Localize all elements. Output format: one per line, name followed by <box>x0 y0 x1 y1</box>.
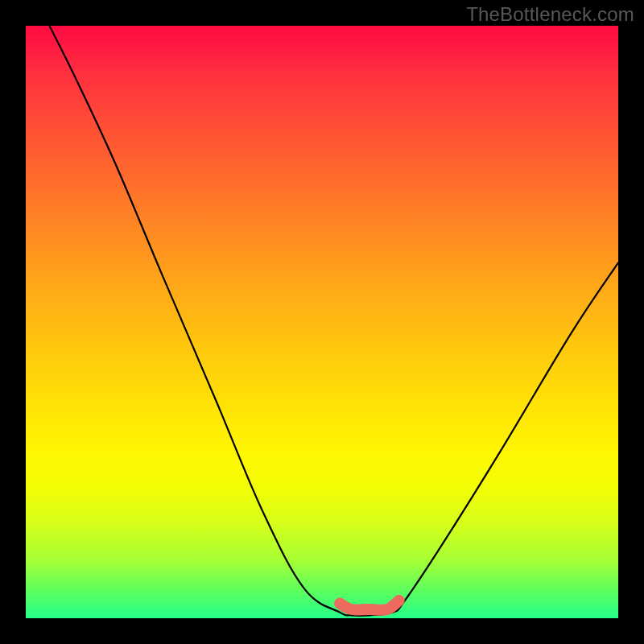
chart-svg <box>26 26 618 618</box>
chart-plot-area <box>26 26 618 618</box>
frame-bottom <box>0 618 644 644</box>
frame-left <box>0 0 26 644</box>
watermark-text: TheBottleneck.com <box>466 3 634 26</box>
frame-right <box>618 0 644 644</box>
optimal-zone-marker <box>340 601 399 610</box>
bottleneck-curve <box>49 26 618 616</box>
